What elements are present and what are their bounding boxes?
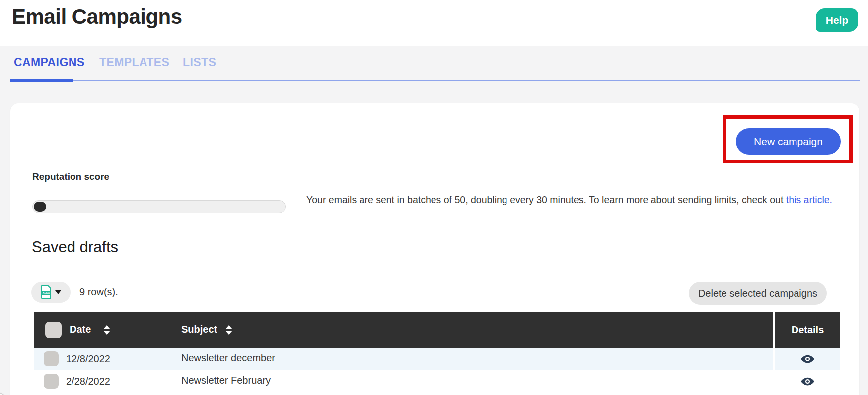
export-dropdown-caret-icon bbox=[55, 290, 61, 294]
export-xlsx-button[interactable]: XLSX bbox=[31, 282, 71, 303]
tab-bar-rule bbox=[10, 80, 860, 81]
row-subject: Newsletter december bbox=[181, 352, 275, 364]
tab-campaigns[interactable]: CAMPAIGNS bbox=[14, 56, 84, 69]
sending-limits-article-link[interactable]: this article bbox=[786, 194, 830, 205]
tab-templates[interactable]: TEMPLATES bbox=[99, 56, 169, 69]
row-date: 2/28/2022 bbox=[66, 376, 110, 387]
column-header-date: Date bbox=[70, 324, 91, 335]
help-button[interactable]: Help bbox=[816, 8, 858, 32]
drafts-table-details-column: Details bbox=[775, 312, 840, 395]
row-subject: Newsletter February bbox=[181, 375, 271, 386]
page-title: Email Campaigns bbox=[12, 5, 182, 29]
details-cell bbox=[775, 348, 840, 370]
tab-lists[interactable]: LISTS bbox=[183, 56, 216, 69]
sending-limits-body: Your emails are sent in batches of 50, d… bbox=[306, 194, 786, 205]
column-header-details: Details bbox=[792, 324, 824, 336]
svg-text:XLSX: XLSX bbox=[43, 291, 50, 294]
delete-selected-campaigns-button[interactable]: Delete selected campaigns bbox=[689, 282, 827, 305]
reputation-score-bar bbox=[32, 200, 286, 213]
edge-drag-handle[interactable] bbox=[0, 392, 6, 395]
table-row[interactable]: 12/8/2022 Newsletter december bbox=[34, 348, 773, 370]
row-checkbox[interactable] bbox=[44, 351, 59, 366]
column-header-subject: Subject bbox=[181, 324, 217, 335]
tab-active-indicator bbox=[10, 79, 73, 82]
drafts-table: Date Subject 12/8/2022 Newsletter decemb… bbox=[34, 312, 773, 395]
sort-subject-icon[interactable] bbox=[225, 325, 232, 335]
view-details-eye-icon[interactable] bbox=[801, 355, 814, 365]
new-campaign-button[interactable]: New campaign bbox=[736, 128, 841, 155]
row-date: 12/8/2022 bbox=[66, 353, 110, 365]
reputation-score-label: Reputation score bbox=[32, 171, 109, 182]
row-count-label: 9 row(s). bbox=[79, 286, 118, 298]
details-column-header: Details bbox=[775, 312, 840, 348]
reputation-score-fill bbox=[34, 202, 46, 212]
table-row[interactable]: 2/28/2022 Newsletter February bbox=[34, 370, 773, 395]
row-checkbox[interactable] bbox=[44, 374, 59, 389]
sending-limits-link-period: . bbox=[830, 194, 832, 205]
xlsx-file-icon: XLSX bbox=[41, 285, 52, 300]
saved-drafts-heading: Saved drafts bbox=[32, 238, 118, 256]
drafts-table-header: Date Subject bbox=[34, 312, 773, 348]
view-details-eye-icon[interactable] bbox=[801, 377, 814, 388]
select-all-checkbox[interactable] bbox=[45, 322, 62, 338]
sort-date-icon[interactable] bbox=[103, 325, 110, 335]
sending-limits-text: Your emails are sent in batches of 50, d… bbox=[306, 192, 833, 208]
page-header: Email Campaigns Help bbox=[0, 0, 868, 46]
campaigns-panel: New campaign Reputation score Your email… bbox=[10, 103, 859, 395]
details-cell bbox=[775, 370, 840, 395]
